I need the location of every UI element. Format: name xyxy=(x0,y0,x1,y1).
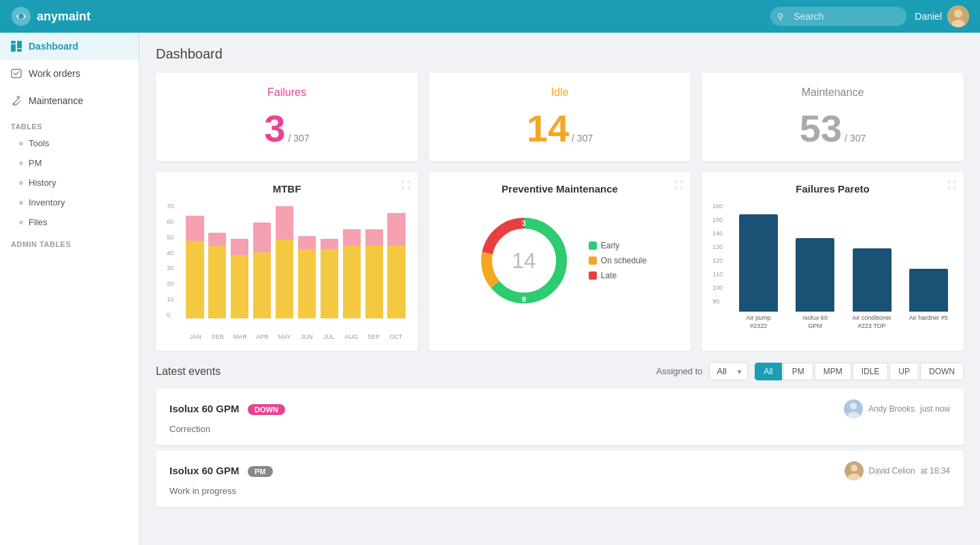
failures-pareto-card: Failures Pareto ⛶ 160 150 140 130 120 11… xyxy=(702,172,964,351)
pareto-expand-icon[interactable]: ⛶ xyxy=(947,180,956,190)
mtbf-expand-icon[interactable]: ⛶ xyxy=(402,180,410,190)
events-title: Latest events xyxy=(156,365,220,378)
user-info: Daniel xyxy=(915,5,969,27)
pareto-bars xyxy=(734,210,953,312)
work-orders-icon xyxy=(11,68,22,79)
mtbf-chart: 70 60 50 40 30 20 10 0 xyxy=(167,203,407,340)
event-0-avatar xyxy=(844,399,863,418)
mtbf-y-axis: 70 60 50 40 30 20 10 0 xyxy=(167,203,174,318)
pareto-x-label-1: Isolux 60 GPM xyxy=(791,314,839,330)
idle-title: Idle xyxy=(442,86,677,99)
idle-total: / 307 xyxy=(572,133,593,144)
maintenance-value: 53 xyxy=(800,110,842,148)
sidebar-work-orders-label: Work orders xyxy=(29,68,80,79)
legend-dot-on-schedule xyxy=(589,257,597,265)
pm-expand-icon[interactable]: ⛶ xyxy=(674,180,683,190)
mtbf-x-label-3: APR xyxy=(251,333,274,340)
search-input[interactable] xyxy=(770,7,906,26)
svg-point-1 xyxy=(18,14,24,19)
event-1-user-name: David Celion xyxy=(869,466,915,476)
sidebar-item-maintenance[interactable]: Maintenance xyxy=(0,87,139,114)
filter-down[interactable]: DOWN xyxy=(920,363,964,380)
mtbf-bar-0 xyxy=(184,216,206,318)
pareto-bar-2 xyxy=(848,248,896,312)
mtbf-bar-4 xyxy=(274,206,295,318)
mtbf-bar-3 xyxy=(252,222,273,318)
svg-rect-8 xyxy=(17,49,22,52)
mtbf-card: MTBF ⛶ 70 60 50 40 30 20 10 0 xyxy=(156,172,418,351)
app-logo: anymaint xyxy=(11,6,91,27)
filter-pm[interactable]: PM xyxy=(783,363,813,380)
filter-idle[interactable]: IDLE xyxy=(853,363,889,380)
idle-value-wrap: 14 / 307 xyxy=(442,110,677,148)
legend-on-schedule: On schedule xyxy=(589,256,647,265)
assigned-select[interactable]: All xyxy=(709,362,748,380)
mtbf-x-label-8: SEP xyxy=(363,333,385,340)
maintenance-total: / 307 xyxy=(845,133,866,144)
mtbf-bar-5 xyxy=(297,236,318,318)
avatar xyxy=(947,5,969,27)
sidebar-item-inventory[interactable]: Inventory xyxy=(0,193,139,212)
event-0-user-name: Andy Brooks xyxy=(868,404,915,414)
donut-center: 14 xyxy=(512,248,536,274)
idle-card: Idle 14 / 307 xyxy=(429,73,691,161)
mtbf-x-axis: JANFEBMARAPRMAYJUNJULAUGSEPOCT xyxy=(167,333,407,340)
assigned-label: Assigned to xyxy=(656,366,702,376)
mtbf-bar-2 xyxy=(229,239,250,318)
mtbf-bar-6 xyxy=(318,239,340,318)
dashboard-icon xyxy=(11,41,22,52)
layout: Dashboard Work orders Maintenance TABLES… xyxy=(0,33,980,545)
failures-title: Failures xyxy=(169,86,404,99)
failures-card: Failures 3 / 307 xyxy=(156,73,418,161)
sidebar-item-dashboard[interactable]: Dashboard xyxy=(0,33,139,60)
legend-label-on-schedule: On schedule xyxy=(601,256,647,265)
maintenance-card: Maintenance 53 / 307 xyxy=(702,73,964,161)
admin-tables-label: ADMIN TABLES xyxy=(0,232,139,251)
event-0-name-wrap: Isolux 60 GPM DOWN xyxy=(169,403,285,415)
maintenance-title: Maintenance xyxy=(715,86,950,99)
sidebar-item-tools[interactable]: Tools xyxy=(0,133,139,153)
mtbf-bars xyxy=(184,203,407,318)
event-1-name-wrap: Isolux 60 GPM PM xyxy=(169,465,273,477)
events-controls: Assigned to All ▼ All PM MPM IDLE UP DOW… xyxy=(656,362,964,380)
svg-point-16 xyxy=(850,403,857,410)
filter-mpm[interactable]: MPM xyxy=(815,363,851,380)
sidebar-dashboard-label: Dashboard xyxy=(29,41,78,52)
sidebar-item-history[interactable]: History xyxy=(0,173,139,193)
maintenance-value-wrap: 53 / 307 xyxy=(715,110,950,148)
legend-label-early: Early xyxy=(601,241,619,250)
failures-total: / 307 xyxy=(289,133,310,144)
mtbf-bar-1 xyxy=(207,233,228,318)
filter-up[interactable]: UP xyxy=(889,363,919,380)
pm-title: Preventive Maintenance xyxy=(440,183,680,195)
legend-label-late: Late xyxy=(601,271,617,280)
search-wrap: ⚲ xyxy=(770,7,906,26)
mtbf-x-label-1: FEB xyxy=(207,333,229,340)
mtbf-bar-7 xyxy=(341,229,362,318)
donut-container: 14 3 2 9 Early On schedule xyxy=(440,203,680,318)
sidebar-item-pm[interactable]: PM xyxy=(0,153,139,173)
event-card-0-header: Isolux 60 GPM DOWN Andy Brooks just xyxy=(169,399,950,418)
mtbf-x-label-2: MAR xyxy=(229,333,251,340)
event-1-user: David Celion at 18:34 xyxy=(845,461,950,480)
mtbf-title: MTBF xyxy=(167,183,407,195)
idle-value: 14 xyxy=(527,110,569,148)
legend-dot-late xyxy=(589,271,597,280)
event-1-badge: PM xyxy=(248,466,273,477)
event-1-time: at 18:34 xyxy=(921,466,950,476)
sidebar-item-files[interactable]: Files xyxy=(0,212,139,232)
mtbf-bar-9 xyxy=(386,213,407,318)
event-0-description: Correction xyxy=(169,424,950,434)
filter-all[interactable]: All xyxy=(755,363,781,380)
topnav-right: ⚲ Daniel xyxy=(770,5,969,27)
event-0-user: Andy Brooks just now xyxy=(844,399,950,418)
svg-point-19 xyxy=(851,465,858,472)
svg-rect-5 xyxy=(11,41,16,44)
sidebar-item-work-orders[interactable]: Work orders xyxy=(0,60,139,87)
mtbf-x-label-0: JAN xyxy=(184,333,207,340)
pareto-y-axis: 160 150 140 130 120 110 100 90 xyxy=(713,203,723,305)
tables-section-label: TABLES xyxy=(0,114,139,133)
sidebar: Dashboard Work orders Maintenance TABLES… xyxy=(0,33,140,545)
events-header: Latest events Assigned to All ▼ All PM M… xyxy=(156,362,964,380)
legend-early: Early xyxy=(589,241,647,250)
